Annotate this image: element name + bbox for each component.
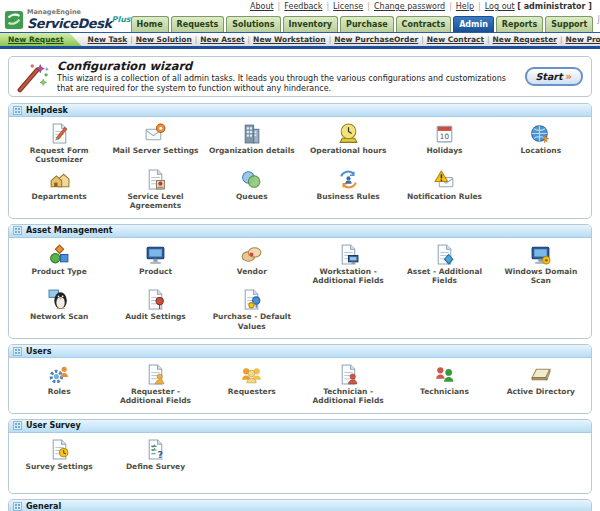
- quick-link-new-task[interactable]: New Task: [88, 35, 128, 44]
- service-level-agreements-icon: [144, 168, 167, 191]
- logout-link[interactable]: Log out: [485, 2, 515, 11]
- admin-item-asset-additional-fields[interactable]: Asset - Additional Fields: [396, 243, 492, 286]
- admin-item-label: Holidays: [426, 146, 462, 155]
- tab-requests[interactable]: Requests: [171, 16, 225, 32]
- admin-item-network-scan[interactable]: Network Scan: [11, 288, 107, 331]
- quick-link-new-solution[interactable]: New Solution: [136, 35, 192, 44]
- start-button-arrows: »: [566, 71, 572, 82]
- brand-suffix: Plus: [112, 15, 131, 24]
- drag-handle-icon[interactable]: [13, 502, 22, 511]
- admin-item-label: Locations: [521, 146, 562, 155]
- admin-item-label: Service Level Agreements: [110, 192, 200, 211]
- admin-item-vendor[interactable]: Vendor: [204, 243, 300, 286]
- queues-icon: [240, 168, 263, 191]
- admin-item-locations[interactable]: Locations: [493, 122, 589, 165]
- audit-settings-icon: [144, 288, 167, 311]
- admin-sections: HelpdeskRequest Form CustomizerMail Serv…: [8, 103, 592, 511]
- admin-item-departments[interactable]: Departments: [11, 168, 107, 211]
- utility-link-feedback[interactable]: Feedback: [284, 2, 322, 11]
- utility-link-about[interactable]: About: [250, 2, 274, 11]
- admin-item-label: Vendor: [237, 267, 267, 276]
- admin-item-notification-rules[interactable]: Notification Rules: [396, 168, 492, 211]
- admin-item-audit-settings[interactable]: Audit Settings: [107, 288, 203, 331]
- divider: |: [195, 35, 198, 44]
- utility-link-change-password[interactable]: Change password: [374, 2, 445, 11]
- admin-item-roles[interactable]: Roles: [11, 363, 107, 406]
- section-title: User Survey: [26, 421, 81, 430]
- tab-admin[interactable]: Admin: [453, 16, 494, 32]
- admin-item-product[interactable]: Product: [107, 243, 203, 286]
- start-button[interactable]: Start »: [525, 67, 584, 86]
- product-icon: [144, 243, 167, 266]
- asset-additional-fields-icon: [433, 243, 456, 266]
- brand-product: ServiceDesk: [27, 16, 112, 31]
- drag-handle-icon[interactable]: [13, 347, 22, 356]
- divider: |: [130, 35, 133, 44]
- holidays-icon: 10: [433, 122, 456, 145]
- quick-link-new-workstation[interactable]: New Workstation: [253, 35, 326, 44]
- admin-item-request-form-customizer[interactable]: Request Form Customizer: [11, 122, 107, 165]
- drag-handle-icon[interactable]: [13, 106, 22, 115]
- drag-handle-icon[interactable]: [13, 421, 22, 430]
- admin-item-define-survey[interactable]: ?Define Survey: [107, 438, 203, 471]
- technician-additional-fields-icon: [337, 363, 360, 386]
- admin-item-technician-additional-fields[interactable]: Technician - Additional Fields: [300, 363, 396, 406]
- admin-item-windows-domain-scan[interactable]: Windows Domain Scan: [493, 243, 589, 286]
- divider: |: [449, 2, 452, 11]
- tab-purchase[interactable]: Purchase: [340, 16, 394, 32]
- logout-area: Log out [ administrator ]: [485, 2, 592, 11]
- utility-link-help[interactable]: Help: [456, 2, 474, 11]
- admin-item-queues[interactable]: Queues: [204, 168, 300, 211]
- new-request-tab[interactable]: New Request: [0, 33, 82, 46]
- tab-reports[interactable]: Reports: [496, 16, 543, 32]
- admin-item-label: Requester - Additional Fields: [110, 387, 200, 406]
- admin-item-workstation-additional-fields[interactable]: Workstation - Additional Fields: [300, 243, 396, 286]
- admin-item-label: Audit Settings: [125, 312, 186, 321]
- request-form-customizer-icon: [48, 122, 71, 145]
- divider: |: [248, 35, 251, 44]
- admin-item-requester-additional-fields[interactable]: Requester - Additional Fields: [107, 363, 203, 406]
- section-helpdesk: HelpdeskRequest Form CustomizerMail Serv…: [8, 103, 592, 219]
- admin-item-business-rules[interactable]: Business Rules: [300, 168, 396, 211]
- main-tabs: HomeRequestsSolutionsInventoryPurchaseCo…: [131, 16, 596, 32]
- quick-links: New Task|New Solution|New Asset|New Work…: [88, 35, 600, 44]
- quick-link-new-purchaseorder[interactable]: New PurchaseOrder: [334, 35, 418, 44]
- utility-link-license[interactable]: License: [333, 2, 363, 11]
- section-title: Users: [26, 347, 51, 356]
- admin-item-requesters[interactable]: Requesters: [204, 363, 300, 406]
- wizard-title: Configuration wizard: [57, 59, 517, 73]
- jump-to: Jump to :: [595, 8, 600, 32]
- quick-action-bar: New Request New Task|New Solution|New As…: [0, 33, 600, 49]
- tab-contracts[interactable]: Contracts: [396, 16, 452, 32]
- admin-item-active-directory[interactable]: Active Directory: [493, 363, 589, 406]
- admin-item-organization-details[interactable]: Organization details: [204, 122, 300, 165]
- drag-handle-icon[interactable]: [13, 226, 22, 235]
- admin-item-holidays[interactable]: 10Holidays: [396, 122, 492, 165]
- logged-in-user: [ administrator ]: [517, 2, 592, 11]
- section-general: GeneralSettings: [8, 499, 592, 511]
- admin-item-survey-settings[interactable]: Survey Settings: [11, 438, 107, 471]
- network-scan-icon: [48, 288, 71, 311]
- servicedesk-logo-icon: [4, 10, 24, 30]
- tab-support[interactable]: Support: [545, 16, 593, 32]
- admin-item-purchase-default-values[interactable]: Purchase - Default Values: [204, 288, 300, 331]
- divider: |: [560, 35, 563, 44]
- start-button-label: Start: [536, 71, 563, 82]
- tab-solutions[interactable]: Solutions: [226, 16, 280, 32]
- tab-home[interactable]: Home: [131, 16, 169, 32]
- admin-item-mail-server-settings[interactable]: Mail Server Settings: [107, 122, 203, 165]
- quick-link-new-asset[interactable]: New Asset: [200, 35, 244, 44]
- divider: |: [329, 35, 332, 44]
- quick-link-new-contract[interactable]: New Contract: [427, 35, 484, 44]
- tab-inventory[interactable]: Inventory: [283, 16, 339, 32]
- admin-item-operational-hours[interactable]: Operational hours: [300, 122, 396, 165]
- admin-item-product-type[interactable]: Product Type: [11, 243, 107, 286]
- admin-item-label: Windows Domain Scan: [496, 267, 586, 286]
- section-header-general: General: [9, 500, 591, 511]
- quick-link-new-product[interactable]: New Product: [566, 35, 600, 44]
- quick-link-new-requester[interactable]: New Requester: [493, 35, 557, 44]
- admin-item-technicians[interactable]: Technicians: [396, 363, 492, 406]
- admin-item-label: Product: [139, 267, 172, 276]
- admin-item-service-level-agreements[interactable]: Service Level Agreements: [107, 168, 203, 211]
- divider: |: [478, 2, 481, 11]
